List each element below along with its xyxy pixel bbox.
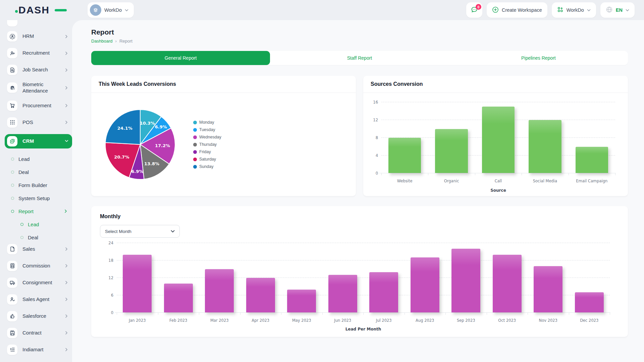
sidebar-item-salesforce[interactable]: Salesforce: [7, 311, 72, 321]
workspace-menu-label: WorkDo: [567, 7, 584, 13]
circle-bullet-icon: [20, 223, 23, 226]
pie-slice-value-label: 24.1%: [117, 126, 132, 131]
x-tick-label-jun-2023: Jun 2023: [334, 318, 351, 323]
consignment-icon: [7, 278, 17, 288]
sidebar-item-hrm[interactable]: HRM: [7, 31, 72, 42]
sidebar-item-indiamart[interactable]: Indiamart: [7, 345, 72, 355]
sidebar-item-job-search[interactable]: Job Search: [7, 65, 72, 75]
x-axis-tick: [610, 313, 610, 315]
legend-label: Tuesday: [199, 127, 215, 132]
x-axis-tick: [428, 173, 428, 175]
recruitment-icon: [7, 48, 17, 58]
workspace-switcher[interactable]: WorkDo: [88, 2, 134, 18]
create-workspace-label: Create Workspace: [502, 7, 542, 13]
sidebar-subitem-deal[interactable]: Deal: [7, 166, 72, 179]
dash-logo[interactable]: DASH: [18, 4, 71, 16]
breadcrumb-current: Report: [119, 39, 132, 44]
breadcrumb-dashboard-link[interactable]: Dashboard: [91, 39, 113, 44]
sidebar-item-sales[interactable]: Sales: [7, 244, 72, 254]
chevron-right-icon: [65, 35, 68, 39]
x-axis-tick: [381, 173, 382, 175]
x-tick-label-aug-2023: Aug 2023: [416, 318, 434, 323]
sidebar-item-label: Recruitment: [22, 50, 60, 56]
tab-staff-report[interactable]: Staff Report: [270, 51, 449, 65]
sidebar-subitem-report[interactable]: Report: [7, 205, 72, 218]
sidebar-subsubitem-lead[interactable]: Lead: [7, 218, 72, 231]
bar-jan-2023: [123, 255, 152, 312]
pie-slice-value-label: 10.3%: [140, 121, 155, 126]
circle-bullet-icon: [11, 197, 14, 200]
workspace-menu-button[interactable]: WorkDo: [552, 2, 596, 18]
y-tick-label: 8: [366, 135, 378, 140]
x-tick-label-social-media: Social Media: [533, 179, 557, 183]
x-tick-label-oct-2023: Oct 2023: [498, 318, 516, 323]
sidebar-item-biometric-attendance[interactable]: Biometric Attendance: [7, 81, 72, 94]
bar-email-campaign: [576, 147, 608, 173]
x-axis-title: Lead Per Month: [117, 327, 610, 331]
sidebar-item-partial[interactable]: [7, 20, 72, 26]
sidebar-item-recruitment[interactable]: Recruitment: [7, 48, 72, 58]
x-axis-tick: [117, 313, 117, 315]
x-axis-tick: [445, 313, 446, 315]
x-tick-label-apr-2023: Apr 2023: [252, 318, 269, 323]
sidebar-item-label: POS: [22, 119, 60, 126]
x-axis-tick: [569, 313, 569, 315]
legend-label: Wednesday: [199, 135, 221, 139]
x-tick-label-may-2023: May 2023: [292, 318, 311, 323]
legend-item-sunday[interactable]: Sunday: [193, 164, 221, 169]
sidebar-subitem-system-setup[interactable]: System Setup: [7, 192, 72, 205]
legend-color-dot: [193, 143, 197, 146]
crm-icon: [7, 136, 17, 146]
sidebar-subsubitem-deal[interactable]: Deal: [7, 231, 72, 244]
sidebar-item-crm[interactable]: CRM: [5, 134, 72, 148]
legend-label: Monday: [199, 120, 214, 125]
sidebar-item-commission[interactable]: Commission: [7, 261, 72, 271]
legend-item-monday[interactable]: Monday: [193, 120, 221, 125]
sidebar-item-consignment[interactable]: Consignment: [7, 278, 72, 288]
sidebar-item-label: Contract: [22, 330, 60, 336]
logo-text: DASH: [18, 4, 50, 15]
sidebar-subitem-form-builder[interactable]: Form Builder: [7, 179, 72, 192]
card-week-leads-conversions: This Week Leads Conversions 10.3%6.9%17.…: [91, 76, 356, 196]
pie-slice-value-label: 6.9%: [131, 169, 143, 174]
bar-jul-2023: [369, 272, 398, 312]
sidebar-item-contract[interactable]: Contract: [7, 328, 72, 338]
circle-bullet-icon: [11, 184, 14, 187]
sidebar-item-procurement[interactable]: Procurement: [7, 101, 72, 111]
bar-dec-2023: [575, 292, 604, 312]
logo-dot-accent: [15, 10, 18, 13]
sidebar-item-pos[interactable]: POS: [7, 117, 72, 128]
sidebar-item-sales-agent[interactable]: Sales Agent: [7, 294, 72, 305]
circle-bullet-icon: [11, 171, 14, 174]
chevron-right-icon: [65, 331, 68, 335]
chevron-right-icon: [65, 264, 68, 268]
indiamart-icon: [7, 345, 17, 355]
x-tick-label-sep-2023: Sep 2023: [457, 318, 475, 323]
chevron-right-icon: [65, 120, 68, 124]
sidebar-item-label: Biometric Attendance: [22, 81, 60, 94]
month-select[interactable]: Select Month: [100, 225, 180, 238]
legend-item-wednesday[interactable]: Wednesday: [193, 135, 221, 139]
sidebar-subitem-lead[interactable]: Lead: [7, 153, 72, 166]
y-tick-label: 16: [366, 100, 378, 105]
report-tabbar: General ReportStaff ReportPipelines Repo…: [91, 51, 628, 65]
y-tick-label: 0: [366, 171, 378, 176]
legend-label: Thursday: [199, 142, 217, 147]
legend-item-tuesday[interactable]: Tuesday: [193, 127, 221, 132]
legend-item-friday[interactable]: Friday: [193, 149, 221, 154]
breadcrumb-separator: ›: [115, 39, 117, 44]
legend-item-saturday[interactable]: Saturday: [193, 157, 221, 162]
tab-pipelines-report[interactable]: Pipelines Report: [449, 51, 628, 65]
bar-oct-2023: [493, 255, 522, 312]
y-tick-label: 0: [100, 310, 113, 315]
month-select-value: Select Month: [105, 229, 131, 234]
legend-item-thursday[interactable]: Thursday: [193, 142, 221, 147]
messages-button[interactable]: 0: [466, 2, 482, 18]
legend-color-dot: [193, 158, 197, 161]
card-title-sources: Sources Conversion: [363, 76, 628, 93]
y-tick-label: 12: [366, 118, 378, 122]
x-axis-tick: [475, 173, 475, 175]
tab-general-report[interactable]: General Report: [91, 51, 270, 65]
language-button[interactable]: EN: [600, 2, 635, 18]
create-workspace-button[interactable]: Create Workspace: [487, 2, 547, 18]
